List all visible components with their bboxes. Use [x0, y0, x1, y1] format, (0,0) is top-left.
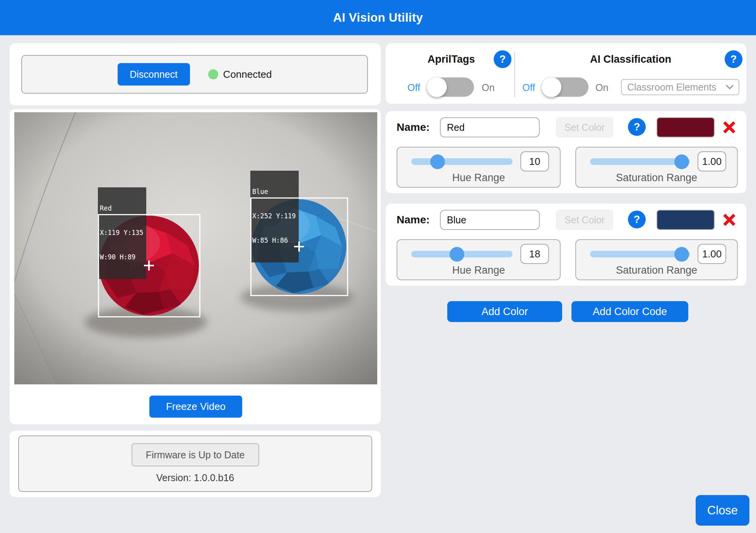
hue-value[interactable]: 10 [520, 151, 549, 171]
apriltags-title: AprilTags [428, 53, 475, 65]
hue-range-panel: 18 Hue Range [397, 239, 561, 280]
color-name-input[interactable] [440, 117, 540, 137]
apriltags-toggle[interactable] [428, 77, 474, 97]
apriltags-help-icon[interactable]: ? [494, 50, 511, 68]
add-color-button[interactable]: Add Color [447, 301, 562, 322]
saturation-slider-track[interactable] [590, 158, 690, 165]
page-title: AI Vision Utility [0, 0, 756, 35]
firmware-card: Firmware is Up to Date Version: 1.0.0.b1… [10, 431, 381, 497]
saturation-slider-knob[interactable] [674, 247, 689, 262]
saturation-value[interactable]: 1.00 [698, 151, 726, 171]
detection-name: Red [100, 204, 144, 213]
set-color-button[interactable]: Set Color [556, 210, 613, 230]
set-color-button[interactable]: Set Color [556, 117, 613, 137]
ai-toggle-knob[interactable] [541, 77, 561, 97]
hue-value[interactable]: 18 [520, 244, 549, 264]
ai-model-select[interactable]: Classroom Elements [621, 79, 739, 95]
apriltags-off-label: Off [407, 82, 420, 93]
ai-model-selected-value: Classroom Elements [627, 82, 717, 93]
hue-range-panel: 10 Hue Range [397, 147, 561, 188]
target-cross-icon [294, 242, 304, 252]
delete-x-icon [722, 120, 737, 135]
ai-off-label: Off [522, 82, 535, 93]
chevron-down-icon [725, 84, 734, 90]
color-swatch [657, 210, 715, 230]
ai-on-label: On [595, 82, 608, 93]
section-divider [514, 52, 515, 97]
close-button[interactable]: Close [696, 495, 749, 526]
connection-status-label: Connected [223, 69, 272, 81]
hue-slider-knob[interactable] [450, 247, 464, 262]
freeze-video-button[interactable]: Freeze Video [149, 396, 242, 418]
color-signature-card-blue: Name: Set Color ? 18 Hue Range 1.00 Satu… [386, 204, 746, 286]
saturation-slider-track[interactable] [590, 251, 690, 257]
ai-classification-help-icon[interactable]: ? [725, 50, 742, 68]
disconnect-button[interactable]: Disconnect [118, 63, 190, 86]
delete-color-button[interactable] [722, 212, 737, 228]
apriltags-on-label: On [482, 82, 494, 93]
apriltags-toggle-knob[interactable] [427, 77, 447, 97]
saturation-range-panel: 1.00 Saturation Range [575, 147, 738, 188]
connection-panel: Disconnect Connected [21, 55, 368, 94]
app-header: AI Vision Utility [0, 0, 756, 35]
color-swatch [657, 117, 715, 137]
hue-slider-track[interactable] [411, 158, 513, 165]
status-dot-icon [208, 69, 218, 79]
connection-card: Disconnect Connected [10, 43, 381, 105]
saturation-slider-knob[interactable] [674, 154, 689, 169]
hue-range-label: Hue Range [397, 172, 560, 184]
firmware-version-label: Version: 1.0.0.b16 [156, 472, 234, 483]
firmware-panel: Firmware is Up to Date Version: 1.0.0.b1… [18, 435, 372, 492]
add-color-code-button[interactable]: Add Color Code [571, 301, 688, 322]
saturation-value[interactable]: 1.00 [698, 244, 726, 264]
hue-range-label: Hue Range [397, 264, 560, 276]
hue-slider-track[interactable] [411, 251, 513, 257]
name-label: Name: [397, 214, 430, 226]
ai-classification-toggle[interactable] [542, 77, 588, 97]
detection-name: Blue [252, 188, 296, 196]
firmware-status-button[interactable]: Firmware is Up to Date [132, 443, 259, 466]
name-label: Name: [397, 121, 430, 134]
color-name-input[interactable] [440, 210, 540, 230]
target-cross-icon [144, 261, 154, 271]
video-feed[interactable]: Red X:119 Y:135 W:90 H:89 Blue X:252 Y:1… [14, 112, 377, 384]
color-help-icon[interactable]: ? [628, 118, 646, 136]
saturation-range-label: Saturation Range [576, 264, 737, 276]
color-signature-card-red: Name: Set Color ? 10 Hue Range 1.00 Satu… [386, 111, 746, 193]
saturation-range-label: Saturation Range [576, 172, 737, 184]
video-card: Red X:119 Y:135 W:90 H:89 Blue X:252 Y:1… [10, 109, 381, 424]
delete-x-icon [722, 212, 737, 228]
hue-slider-knob[interactable] [430, 154, 445, 169]
saturation-range-panel: 1.00 Saturation Range [575, 239, 738, 280]
ai-classification-title: AI Classification [590, 53, 671, 65]
delete-color-button[interactable] [722, 120, 737, 135]
detection-modes-card: AprilTags ? Off On AI Classification ? O… [386, 43, 746, 104]
color-help-icon[interactable]: ? [628, 211, 646, 228]
